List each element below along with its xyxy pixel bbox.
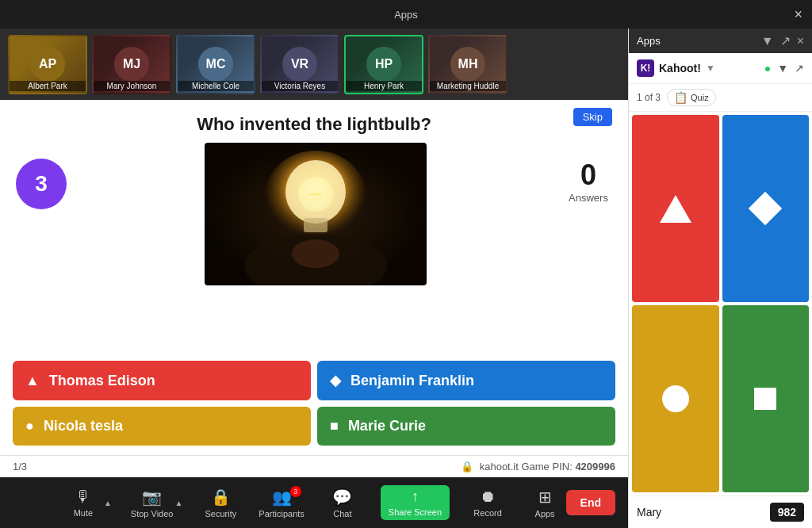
answer-label-d: Marie Curie bbox=[348, 418, 426, 434]
share-screen-icon: ↑ bbox=[412, 488, 419, 505]
timer-circle: 3 bbox=[16, 159, 67, 209]
leader-name: Mary bbox=[637, 506, 661, 518]
video-chevron[interactable]: ▲ bbox=[174, 499, 182, 507]
camera-icon: 📷 bbox=[142, 488, 162, 507]
shape-cell-square[interactable] bbox=[722, 305, 810, 492]
kahoot-logo-area[interactable]: K! Kahoot! ▼ bbox=[637, 59, 715, 77]
participants-label: Participants bbox=[259, 509, 304, 518]
security-icon: 🔒 bbox=[211, 488, 231, 507]
question-counter: 1 of 3 bbox=[637, 92, 661, 103]
kahoot-app-header: K! Kahoot! ▼ ● ▼ ↗ bbox=[629, 53, 812, 84]
triangle-shape bbox=[660, 195, 691, 223]
video-thumb-2[interactable]: MJ Mary Johnson bbox=[92, 35, 171, 94]
mute-chevron[interactable]: ▲ bbox=[104, 499, 112, 507]
video-thumb-4[interactable]: VR Victoria Reyes bbox=[260, 35, 339, 94]
sidebar-close-icon[interactable]: × bbox=[797, 34, 804, 48]
sidebar-filter-icon[interactable]: ▼ bbox=[761, 34, 774, 48]
participant-name-1: Albert Park bbox=[10, 81, 86, 91]
video-bar: AP Albert Park MJ Mary Johnson MC Michel… bbox=[0, 29, 628, 100]
skip-button[interactable]: Skip bbox=[573, 108, 612, 126]
video-thumb-3[interactable]: MC Michelle Cole bbox=[176, 35, 255, 94]
answers-label-text: Answers bbox=[565, 192, 612, 204]
main-area: AP Albert Park MJ Mary Johnson MC Michel… bbox=[0, 29, 812, 528]
answer-label-b: Benjamin Franklin bbox=[350, 373, 474, 389]
square-shape bbox=[754, 388, 776, 410]
video-thumb-6[interactable]: MH Marketing Huddle bbox=[428, 35, 508, 94]
answer-icon-d: ■ bbox=[330, 418, 339, 434]
leader-score: 982 bbox=[770, 503, 804, 522]
svg-rect-5 bbox=[304, 218, 327, 232]
kahoot-green-icon[interactable]: ● bbox=[764, 62, 771, 75]
end-button[interactable]: End bbox=[566, 490, 615, 515]
stop-video-control[interactable]: 📷 Stop Video bbox=[131, 488, 174, 518]
video-thumb-5[interactable]: HP Henry Park bbox=[344, 35, 423, 94]
shape-cell-circle[interactable] bbox=[632, 305, 719, 492]
image-area bbox=[79, 143, 552, 285]
answer-icon-b: ◆ bbox=[330, 372, 341, 389]
apps-control[interactable]: ⊞ Apps bbox=[526, 488, 564, 518]
footer-info: 1/3 🔒 kahoot.it Game PIN: 4209996 bbox=[0, 455, 628, 477]
video-thumb-1[interactable]: AP Albert Park bbox=[8, 35, 87, 94]
mute-control[interactable]: 🎙 Mute bbox=[64, 488, 102, 518]
quiz-badge: 📋 Quiz bbox=[667, 89, 716, 106]
timer-value: 3 bbox=[35, 171, 48, 197]
sidebar-external-icon[interactable]: ↗ bbox=[780, 33, 791, 48]
close-icon[interactable]: × bbox=[795, 6, 803, 23]
security-label: Security bbox=[205, 509, 236, 518]
record-label: Record bbox=[473, 508, 501, 518]
shape-cell-diamond[interactable] bbox=[722, 115, 810, 302]
avatar-2: MJ bbox=[114, 47, 149, 82]
quiz-badge-label: Quiz bbox=[691, 93, 709, 102]
kahoot-filter-icon[interactable]: ▼ bbox=[777, 62, 788, 75]
answer-button-d[interactable]: ■ Marie Curie bbox=[317, 407, 615, 446]
apps-icon: ⊞ bbox=[538, 488, 552, 507]
avatar-4: VR bbox=[282, 47, 317, 82]
avatar-6: MH bbox=[450, 47, 485, 82]
answer-button-b[interactable]: ◆ Benjamin Franklin bbox=[317, 361, 615, 400]
top-bar: Apps × bbox=[0, 0, 812, 29]
answers-count: 0 Answers bbox=[565, 143, 612, 204]
apps-label: Apps bbox=[535, 509, 555, 518]
participant-name-4: Victoria Reyes bbox=[262, 81, 338, 91]
kahoot-logo: K! bbox=[637, 59, 654, 77]
answer-icon-c: ● bbox=[25, 418, 34, 434]
shape-grid bbox=[629, 112, 812, 495]
leaderboard-row: Mary 982 bbox=[629, 495, 812, 528]
answers-number: 0 bbox=[565, 159, 612, 192]
security-control[interactable]: 🔒 Security bbox=[201, 488, 239, 518]
kahoot-chevron-icon: ▼ bbox=[706, 63, 715, 74]
participants-control[interactable]: 👥 Participants 3 bbox=[259, 488, 304, 518]
zoom-bottom-bar: 🎙 Mute ▲ 📷 Stop Video ▲ 🔒 Security 👥 bbox=[0, 477, 628, 528]
avatar-5: HP bbox=[366, 47, 401, 82]
mute-icon: 🎙 bbox=[75, 488, 91, 506]
page-counter: 1/3 bbox=[13, 461, 27, 473]
lightbulb-image bbox=[205, 143, 427, 285]
question-header: Who invented the lightbulb? bbox=[0, 100, 628, 143]
mute-label: Mute bbox=[74, 508, 93, 518]
share-screen-label: Share Screen bbox=[389, 507, 442, 517]
answer-icon-a: ▲ bbox=[25, 373, 40, 389]
quiz-badge-icon: 📋 bbox=[674, 91, 688, 104]
sidebar-icons: ▼ ↗ × bbox=[761, 33, 804, 48]
sidebar-topbar: Apps ▼ ↗ × bbox=[629, 29, 812, 53]
participant-name-6: Marketing Huddle bbox=[430, 81, 506, 91]
share-screen-control[interactable]: ↑ Share Screen bbox=[381, 485, 450, 520]
answer-button-a[interactable]: ▲ Thomas Edison bbox=[13, 361, 311, 400]
game-pin-info: 🔒 kahoot.it Game PIN: 4209996 bbox=[461, 461, 615, 473]
chat-control[interactable]: 💬 Chat bbox=[324, 488, 362, 518]
kahoot-sidebar: Apps ▼ ↗ × K! Kahoot! ▼ ● ▼ ↗ 1 of 3 bbox=[628, 29, 812, 528]
participants-badge: 3 bbox=[290, 486, 301, 497]
shape-cell-triangle[interactable] bbox=[632, 115, 719, 302]
diamond-shape bbox=[749, 192, 782, 225]
record-control[interactable]: ⏺ Record bbox=[469, 488, 507, 518]
zoom-panel: AP Albert Park MJ Mary Johnson MC Michel… bbox=[0, 29, 628, 528]
avatar-3: MC bbox=[198, 47, 233, 82]
record-icon: ⏺ bbox=[480, 488, 496, 506]
kahoot-external-icon[interactable]: ↗ bbox=[795, 62, 804, 75]
chat-label: Chat bbox=[333, 509, 351, 518]
participants-icon: 👥 bbox=[272, 488, 292, 507]
sidebar-apps-title: Apps bbox=[637, 35, 661, 47]
question-text: Who invented the lightbulb? bbox=[16, 114, 612, 135]
answer-button-c[interactable]: ● Nicola tesla bbox=[13, 407, 311, 446]
avatar-1: AP bbox=[30, 47, 65, 82]
